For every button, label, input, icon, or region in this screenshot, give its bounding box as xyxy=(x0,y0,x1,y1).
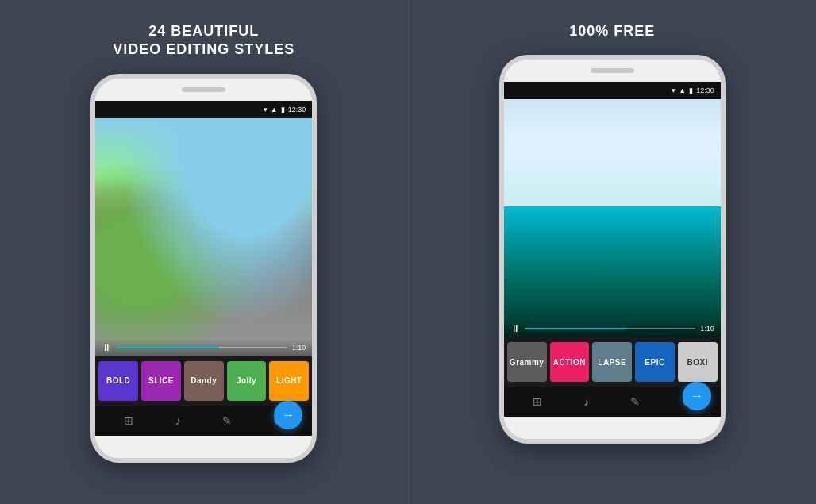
time-label-left: 1:10 xyxy=(292,344,306,352)
phone-speaker-left xyxy=(182,87,225,92)
left-panel-title: 24 BEAUTIFUL VIDEO EDITING STYLES xyxy=(113,22,294,60)
status-bar-right: ▾ ▲ ▮ 12:30 xyxy=(504,82,721,99)
phone-screen-left: ▾ ▲ ▮ 12:30 ⏸ 1:10 xyxy=(95,101,312,436)
pause-button-left[interactable]: ⏸ xyxy=(102,342,111,353)
wifi-icon: ▾ xyxy=(264,106,268,113)
video-area-right: ⏸ 1:10 xyxy=(504,99,721,337)
style-tile-boxi[interactable]: BOXI xyxy=(678,342,718,382)
phone-speaker-right xyxy=(591,68,634,73)
phone-top-bar-right xyxy=(504,60,721,82)
style-tile-light[interactable]: LIGHT xyxy=(269,361,309,401)
style-strip-right: Grammy ACTION LAPSE EPIC BOXI xyxy=(504,337,721,387)
books-icon-left[interactable]: ⊞ xyxy=(124,414,133,427)
books-icon-right[interactable]: ⊞ xyxy=(533,395,542,408)
wifi-icon-right: ▾ xyxy=(672,87,676,94)
status-icons-right: ▾ ▲ ▮ 12:30 xyxy=(672,87,714,94)
music-icon-right[interactable]: ♪ xyxy=(583,395,589,408)
right-panel-title: 100% FREE xyxy=(569,22,655,40)
phone-bottom-bar-left xyxy=(95,436,312,458)
progress-fill-left xyxy=(116,347,218,348)
battery-icon: ▮ xyxy=(281,106,285,113)
progress-bar-right[interactable] xyxy=(525,328,695,329)
style-tile-slice[interactable]: SLICE xyxy=(141,361,181,401)
phone-screen-right: ▾ ▲ ▮ 12:30 ⏸ 1:10 xyxy=(504,82,721,417)
style-tile-jolly[interactable]: Jolly xyxy=(227,361,267,401)
left-panel: 24 BEAUTIFUL VIDEO EDITING STYLES ▾ ▲ ▮ … xyxy=(0,0,409,504)
video-area-left: ⏸ 1:10 xyxy=(95,118,312,356)
phone-bottom-bar-right xyxy=(504,417,721,439)
phone-top-bar-left xyxy=(95,79,312,101)
time-display-right: 12:30 xyxy=(696,87,714,94)
pencil-icon-left[interactable]: ✎ xyxy=(222,414,232,427)
style-tile-bold[interactable]: BOLD xyxy=(98,361,138,401)
skate-video-bg xyxy=(95,118,312,356)
style-tile-dandy[interactable]: Dandy xyxy=(184,361,224,401)
phone-mockup-right: ▾ ▲ ▮ 12:30 ⏸ 1:10 xyxy=(499,55,726,444)
arrow-right-icon-right: → xyxy=(691,389,703,403)
style-tile-grammy[interactable]: Grammy xyxy=(507,342,547,382)
progress-bar-left[interactable] xyxy=(116,347,287,348)
video-controls-left[interactable]: ⏸ 1:10 xyxy=(95,339,312,356)
video-controls-right[interactable]: ⏸ 1:10 xyxy=(504,320,721,337)
progress-fill-right xyxy=(525,328,627,329)
time-label-right: 1:10 xyxy=(700,325,714,333)
style-tile-lapse[interactable]: LAPSE xyxy=(592,342,632,382)
fab-button-left[interactable]: → xyxy=(274,401,302,429)
style-tile-action[interactable]: ACTION xyxy=(550,342,590,382)
status-icons-left: ▾ ▲ ▮ 12:30 xyxy=(264,106,306,113)
ocean-video-bg xyxy=(504,99,721,337)
battery-icon-right: ▮ xyxy=(689,87,693,94)
signal-icon: ▲ xyxy=(271,106,278,113)
bottom-bar-left: ⊞ ♪ ✎ ⚙ → xyxy=(95,406,312,436)
pause-button-right[interactable]: ⏸ xyxy=(510,323,520,334)
pencil-icon-right[interactable]: ✎ xyxy=(630,395,640,408)
fab-button-right[interactable]: → xyxy=(683,382,711,410)
arrow-right-icon-left: → xyxy=(282,408,294,422)
style-strip-left: BOLD SLICE Dandy Jolly LIGHT xyxy=(95,356,312,406)
music-icon-left[interactable]: ♪ xyxy=(175,414,181,427)
right-panel: 100% FREE ▾ ▲ ▮ 12:30 ⏸ xyxy=(409,0,817,504)
time-display-left: 12:30 xyxy=(288,106,306,113)
style-tile-epic[interactable]: EPIC xyxy=(635,342,675,382)
bottom-bar-right: ⊞ ♪ ✎ ⚙ → xyxy=(504,387,721,417)
phone-mockup-left: ▾ ▲ ▮ 12:30 ⏸ 1:10 xyxy=(90,74,317,463)
signal-icon-right: ▲ xyxy=(679,87,686,94)
status-bar-left: ▾ ▲ ▮ 12:30 xyxy=(95,101,312,118)
